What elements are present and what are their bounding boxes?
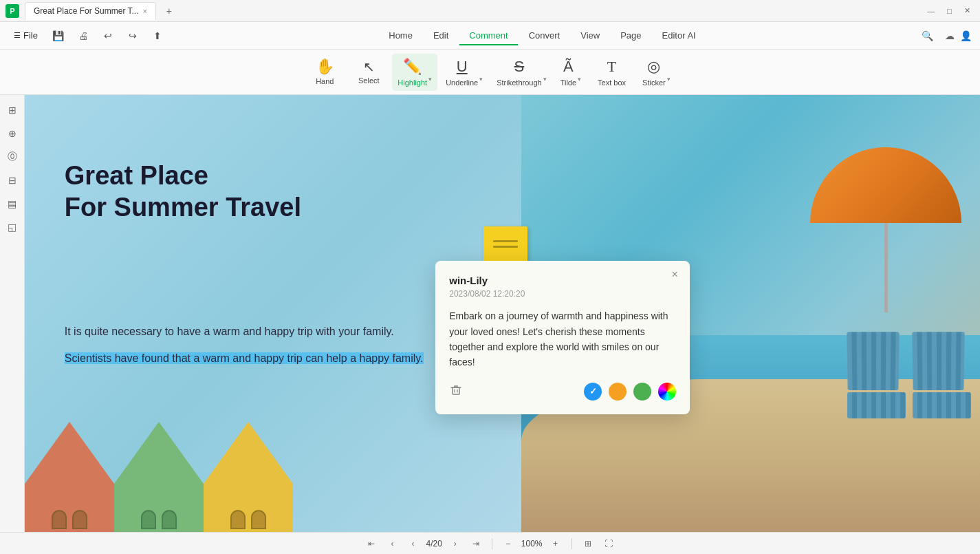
- comment-text: Embark on a journey of warmth and happin…: [449, 308, 676, 370]
- color-dot-blue[interactable]: [584, 383, 602, 401]
- maximize-button[interactable]: □: [943, 7, 956, 15]
- tab-close-button[interactable]: ×: [143, 7, 147, 15]
- house-1-body: [25, 484, 114, 532]
- undo-button[interactable]: ↩: [98, 26, 118, 45]
- textbox-tool-label: Text box: [598, 78, 626, 87]
- minimize-button[interactable]: —: [923, 7, 939, 15]
- select-tool-button[interactable]: ↖ Select: [348, 56, 389, 89]
- beach-chairs: [847, 332, 971, 418]
- sidebar-comments-button[interactable]: ▤: [3, 194, 22, 213]
- umbrella-canopy: [810, 147, 961, 223]
- houses-container: [25, 422, 293, 532]
- strikethrough-tool-label: Strikethrough: [497, 78, 541, 87]
- nav-comment[interactable]: Comment: [459, 26, 517, 45]
- cloud-button[interactable]: ☁: [945, 30, 955, 41]
- strikethrough-icon: S: [514, 58, 525, 76]
- tilde-dropdown-arrow[interactable]: ▾: [578, 76, 581, 83]
- prev-button[interactable]: ‹: [405, 536, 420, 551]
- sidebar-links-button[interactable]: ⓪: [3, 147, 22, 167]
- house-3: [204, 422, 293, 532]
- title-bar-controls: — □ ✕: [923, 6, 974, 15]
- new-tab-button[interactable]: +: [162, 3, 177, 19]
- window: [230, 510, 246, 529]
- account-button[interactable]: 👤: [960, 30, 972, 41]
- separator-2: [571, 538, 572, 549]
- comment-date: 2023/08/02 12:20:20: [449, 289, 676, 299]
- tab-item[interactable]: Great Place For Summer T... ×: [25, 2, 156, 20]
- sticker-tool-button[interactable]: ◎ Sticker ▾: [637, 54, 676, 91]
- print-button[interactable]: 🖨: [74, 26, 93, 45]
- last-page-button[interactable]: ⇥: [468, 536, 483, 551]
- close-button[interactable]: ✕: [960, 6, 974, 15]
- underline-dropdown-arrow[interactable]: ▾: [479, 76, 483, 83]
- pdf-title-line2: For Summer Travel: [65, 192, 301, 224]
- comment-popup-footer: [449, 383, 676, 401]
- window: [52, 510, 67, 529]
- zoom-in-button[interactable]: +: [548, 536, 563, 551]
- highlight-tool-label: Highlight: [398, 78, 427, 87]
- highlight-icon: ✏️: [403, 58, 422, 76]
- fit-page-button[interactable]: ⊞: [580, 536, 596, 551]
- sticky-line-1: [493, 240, 518, 242]
- pdf-viewer: Great Place For Summer Travel It is quit…: [25, 95, 980, 532]
- tilde-tool-button[interactable]: Ã Tilde ▾: [555, 54, 587, 91]
- sticky-note[interactable]: [483, 226, 527, 262]
- title-bar-left: P Great Place For Summer T... × +: [6, 2, 923, 20]
- title-bar: P Great Place For Summer T... × + — □ ✕: [0, 0, 980, 22]
- select-icon: ↖: [363, 60, 375, 74]
- nav-editor-ai[interactable]: Editor AI: [653, 26, 706, 45]
- house-2-roof: [114, 422, 204, 484]
- color-dot-green[interactable]: [633, 383, 651, 401]
- page-info: 4/20: [426, 539, 442, 548]
- select-tool-label: Select: [358, 76, 380, 85]
- strikethrough-tool-button[interactable]: S Strikethrough ▾: [491, 54, 552, 91]
- chair-seat-left: [847, 392, 906, 418]
- toolbar: ✋ Hand ↖ Select ✏️ Highlight ▾ U Underli…: [0, 50, 980, 95]
- share-button[interactable]: ⬆: [148, 26, 167, 45]
- comment-popup-close-button[interactable]: ×: [668, 268, 682, 281]
- search-button[interactable]: 🔍: [917, 26, 937, 45]
- current-page: 4: [426, 539, 431, 548]
- zoom-level: 100%: [521, 539, 543, 548]
- underline-tool-button[interactable]: U Underline ▾: [440, 54, 488, 91]
- nav-view[interactable]: View: [571, 26, 609, 45]
- save-button[interactable]: 💾: [49, 26, 68, 45]
- first-page-button[interactable]: ⇤: [364, 536, 379, 551]
- highlight-tool-button[interactable]: ✏️ Highlight ▾: [392, 54, 437, 91]
- hand-icon: ✋: [316, 59, 334, 74]
- pdf-title: Great Place For Summer Travel: [65, 160, 301, 223]
- next-button[interactable]: ›: [448, 536, 463, 551]
- main-area: ⊞ ⊕ ⓪ ⊟ ▤ ◱: [0, 95, 980, 532]
- sidebar-add-button[interactable]: ⊕: [3, 124, 22, 143]
- house-2: [114, 422, 204, 532]
- underline-tool-label: Underline: [446, 78, 478, 87]
- highlight-dropdown-arrow[interactable]: ▾: [428, 76, 432, 83]
- sidebar-bookmark-button[interactable]: ⊟: [3, 171, 22, 190]
- chair-left: [847, 332, 906, 418]
- chair-back-right: [912, 332, 964, 390]
- left-sidebar: ⊞ ⊕ ⓪ ⊟ ▤ ◱: [0, 95, 25, 532]
- hand-tool-button[interactable]: ✋ Hand: [304, 55, 345, 89]
- file-menu-button[interactable]: ☰ File: [8, 28, 43, 43]
- prev-page-button[interactable]: ‹: [384, 536, 400, 551]
- sticker-dropdown-arrow[interactable]: ▾: [667, 76, 671, 83]
- sidebar-pages-button[interactable]: ◱: [3, 217, 22, 237]
- chair-seat-right: [913, 392, 971, 418]
- nav-edit[interactable]: Edit: [424, 26, 458, 45]
- fullscreen-button[interactable]: ⛶: [601, 536, 616, 551]
- redo-button[interactable]: ↪: [123, 26, 142, 45]
- tab-title: Great Place For Summer T...: [34, 6, 139, 16]
- svg-rect-0: [453, 387, 459, 394]
- color-dot-orange[interactable]: [609, 383, 627, 401]
- nav-convert[interactable]: Convert: [519, 26, 570, 45]
- nav-page[interactable]: Page: [611, 26, 651, 45]
- textbox-tool-button[interactable]: T Text box: [589, 54, 634, 91]
- window: [251, 510, 266, 529]
- zoom-out-button[interactable]: −: [501, 536, 516, 551]
- comment-delete-button[interactable]: [449, 383, 463, 400]
- sticky-line-2: [493, 246, 518, 248]
- nav-home[interactable]: Home: [379, 26, 422, 45]
- strikethrough-dropdown-arrow[interactable]: ▾: [543, 76, 547, 83]
- sidebar-thumbnails-button[interactable]: ⊞: [3, 100, 22, 120]
- color-picker-button[interactable]: [658, 383, 676, 401]
